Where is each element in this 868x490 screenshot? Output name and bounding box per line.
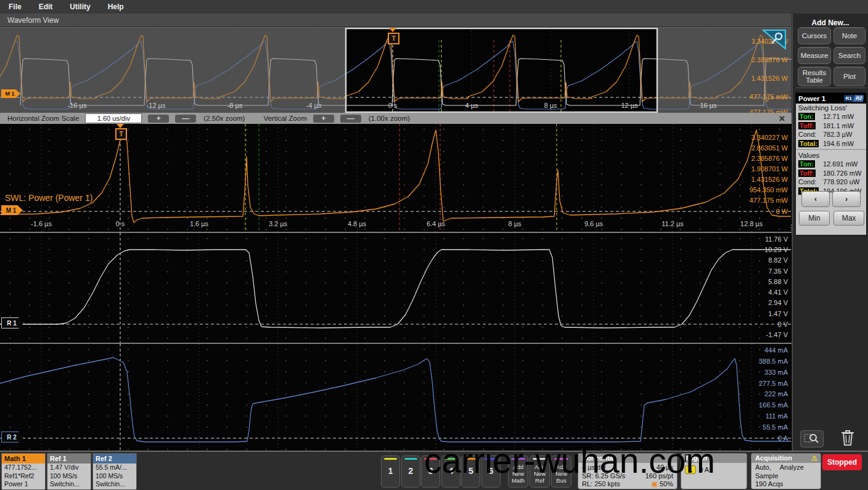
waveform-view-title: Waveform View (7, 16, 59, 25)
hzoom-factor-label: (2.50x zoom) (203, 115, 245, 122)
measurement-row: Cond:778.920 uW (796, 178, 866, 187)
overview-trigger-arrow-icon[interactable] (389, 28, 396, 32)
current-waveform-panel[interactable]: R 2 444 mA388.5 mA333 mA277.5 mA222 mA16… (0, 344, 792, 451)
current-y-label: 55.5 mA (763, 423, 788, 431)
acq-mode: Auto, (755, 463, 771, 472)
vertical-zoom-label: Vertical Zoom (263, 115, 306, 122)
menu-file[interactable]: File (0, 2, 30, 11)
overview-x-tick: 4 µs (465, 102, 478, 109)
badge-row: 55.5 mA/... (93, 463, 136, 472)
measurement-row: Ton:12.691 mW (796, 160, 866, 169)
hzoom-minus-button[interactable]: — (175, 115, 196, 123)
add-new-plot-button[interactable]: Plot (833, 67, 866, 86)
voltage-y-label: -1.47 V (766, 331, 788, 338)
current-y-label: 166.5 mA (759, 401, 788, 409)
badge-row: Ref1*Ref2 (2, 472, 45, 481)
channel-color-stripe (384, 458, 397, 460)
voltage-y-label: 4.41 V (768, 288, 788, 296)
add-new-results-table-button[interactable]: Results Table (798, 67, 831, 86)
measurement-row: Toff:181.1 mW (796, 121, 866, 131)
record-length: RL: 250 kpts (582, 480, 620, 489)
voltage-y-label: 8.82 V (768, 256, 788, 264)
badge-row: 100 MS/s (93, 472, 136, 481)
zoom-flag-icon[interactable] (762, 29, 787, 50)
menu-help[interactable]: Help (99, 2, 133, 11)
acquisition-panel[interactable]: Acquisition ⚠ Auto,Analyze Sample 190 Ac… (751, 453, 821, 489)
power-trace-label: SWL: Power (Power 1) (5, 193, 92, 203)
menu-bar: FileEditUtilityHelp (0, 0, 868, 14)
voltage-y-label: 1.47 V (768, 310, 788, 317)
overview-x-tick: -12 µs (147, 102, 166, 109)
watermark: carrier-wuhan.com (424, 440, 715, 481)
badge-row: Power 1 (2, 480, 45, 489)
min-button[interactable]: Min (799, 211, 830, 226)
measurement-row: Ton:12.71 mW (796, 112, 866, 121)
overview-x-tick: -8 µs (227, 102, 243, 109)
acq-analyze: Analyze (780, 463, 804, 472)
overview-x-tick: 0 s (388, 102, 398, 109)
menu-utility[interactable]: Utility (61, 2, 99, 11)
channel-number: 2 (402, 466, 420, 476)
voltage-waveform-panel[interactable]: R 1 11.76 V10.29 V8.82 V7.35 V5.88 V4.41… (0, 233, 792, 343)
add-new-search-button[interactable]: Search (833, 47, 866, 64)
vzoom-factor-label: (1.00x zoom) (369, 115, 410, 122)
time-axis-tick: 6.4 µs (427, 220, 445, 227)
current-y-label: 333 mA (764, 369, 788, 376)
power-y-label: 1.908701 W (751, 165, 788, 173)
trigger-marker[interactable]: T (115, 128, 127, 140)
zoom-search-button[interactable] (800, 430, 824, 447)
voltage-y-label: 2.94 V (768, 299, 788, 306)
overview-waveform-panel[interactable]: 3.340227 W2.385876 W1.431526 W477.175 mW… (0, 27, 792, 113)
channel-badge-math1[interactable]: Math 1477.1752...Ref1*Ref2Power 1 (1, 453, 46, 490)
current-y-label: 111 mA (766, 412, 788, 420)
power-y-label: 3.340227 W (751, 134, 788, 141)
overview-trigger-marker[interactable]: T (388, 33, 399, 44)
power-y-label: 2.385876 W (751, 155, 788, 162)
menu-edit[interactable]: Edit (30, 2, 62, 11)
channel-2-button[interactable]: 2 (401, 455, 420, 488)
trigger-arrow-icon[interactable] (117, 124, 124, 128)
horizontal-zoom-scale-input[interactable]: 1.60 us/div (85, 113, 142, 123)
power-waveform (0, 124, 792, 232)
time-axis-tick: 8 µs (508, 220, 521, 227)
badge-row: 477.1752... (2, 463, 45, 472)
magnifier-icon (801, 431, 823, 447)
voltage-y-label: 11.76 V (765, 235, 788, 243)
measurement-row: Toff:180.726 mW (796, 169, 866, 178)
vzoom-plus-button[interactable]: + (313, 115, 334, 123)
voltage-waveform (0, 233, 792, 343)
power-waveform-panel[interactable]: T SWL: Power (Power 1) M 1 3.340227 W2.8… (0, 124, 792, 232)
warning-icon: ⚠ (811, 454, 817, 463)
hzoom-plus-button[interactable]: + (148, 115, 169, 123)
max-button[interactable]: Max (833, 211, 864, 226)
channel-badge-ref2[interactable]: Ref 255.5 mA/...100 MS/sSwitchin... (92, 453, 137, 490)
badge-row: 100 MS/s (47, 472, 91, 481)
channel-1-button[interactable]: 1 (381, 455, 400, 488)
channel-number: 1 (382, 466, 399, 476)
channel-badge-ref1[interactable]: Ref 11.47 V/div100 MS/sSwitchin... (47, 453, 91, 490)
next-result-button[interactable]: › (832, 191, 861, 207)
position-icon: ▣ (652, 480, 658, 488)
zoom-toolbar: Horizontal Zoom Scale 1.60 us/div + — (2… (0, 113, 792, 124)
vzoom-minus-button[interactable]: — (340, 115, 361, 123)
add-new-measure-button[interactable]: Measure (798, 47, 831, 64)
prev-result-button[interactable]: ‹ (801, 191, 830, 207)
add-new-title: Add New... (793, 18, 868, 27)
time-axis-tick: 9.6 µs (584, 220, 603, 227)
badge-title: Ref 1 (47, 454, 91, 463)
badge-row: 1.47 V/div (47, 463, 91, 472)
overview-x-tick: 8 µs (544, 102, 557, 109)
trash-icon (838, 428, 857, 447)
measurement-row: Total:194.6 mW (796, 139, 866, 149)
voltage-y-label: 10.29 V (764, 246, 788, 253)
zoom-close-icon[interactable]: ✕ (779, 114, 785, 123)
add-new-cursors-button[interactable]: Cursors (798, 27, 831, 44)
badge-title: Ref 2 (93, 454, 136, 463)
measurement-row: Cond:782.3 µW (796, 130, 866, 139)
horizontal-position: 50% (660, 480, 673, 488)
add-new-note-button[interactable]: Note (833, 27, 866, 44)
trash-button[interactable] (838, 428, 857, 447)
run-stop-button[interactable]: Stopped (822, 454, 862, 470)
power-y-label: 954.350 mW (750, 186, 788, 194)
waveform-view-tab[interactable]: Waveform View (0, 14, 792, 27)
